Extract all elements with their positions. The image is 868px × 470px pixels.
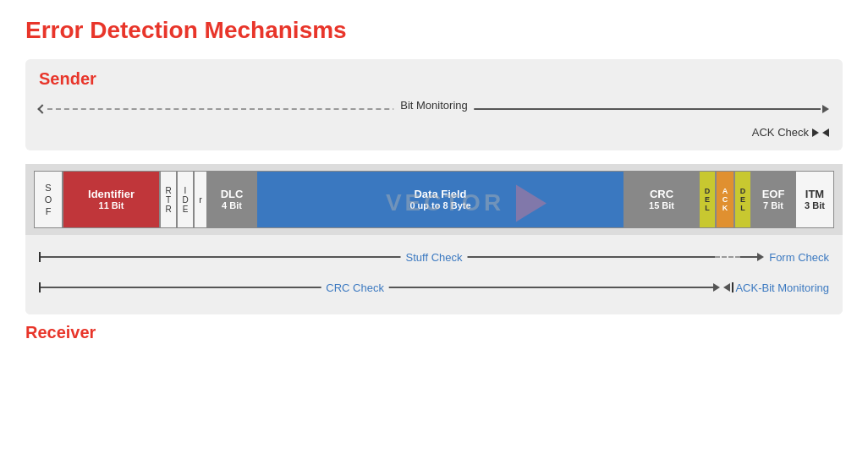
- crc-check-row: CRC Check ACK-Bit Monitoring: [39, 276, 829, 299]
- combined-section: SOF Identifier 11 Bit RTR IDE r DLC: [25, 164, 843, 314]
- crc-check-label: CRC Check: [321, 281, 389, 294]
- cell-eof: EOF 7 Bit: [751, 171, 795, 228]
- stuff-check-row: Stuff Check Form Check: [39, 245, 829, 269]
- cell-del1: DEL: [699, 171, 716, 228]
- checks-area: Stuff Check Form Check CRC Check ACK-Bit…: [25, 235, 843, 314]
- cell-dlc: DLC 4 Bit: [207, 171, 256, 228]
- ack-check-label: ACK Check: [752, 126, 809, 139]
- cell-rtr: RTR: [160, 171, 177, 228]
- receiver-section: Receiver: [25, 323, 843, 342]
- cell-itm: ITM 3 Bit: [795, 171, 834, 228]
- frame-row: SOF Identifier 11 Bit RTR IDE r DLC: [34, 171, 834, 228]
- cell-datafield: Data Field 0 up to 8 Byte: [256, 171, 624, 228]
- cell-r: r: [194, 171, 207, 228]
- frame-area: SOF Identifier 11 Bit RTR IDE r DLC: [25, 164, 843, 235]
- bit-monitoring-label: Bit Monitoring: [393, 99, 474, 112]
- sender-label: Sender: [39, 69, 829, 89]
- bit-monitoring-row: Bit Monitoring: [39, 97, 829, 121]
- ack-bit-monitoring-label: ACK-Bit Monitoring: [735, 281, 829, 294]
- stuff-check-label: Stuff Check: [401, 251, 468, 264]
- cell-del2: DEL: [734, 171, 751, 228]
- form-check-label: Form Check: [769, 251, 829, 264]
- page-title: Error Detection Mechanisms: [25, 17, 843, 44]
- sender-section: Sender Bit Monitoring ACK Check: [25, 59, 843, 150]
- cell-ack: ACK: [716, 171, 734, 228]
- receiver-label: Receiver: [25, 323, 96, 342]
- cell-sof: SOF: [34, 171, 63, 228]
- cell-ide: IDE: [177, 171, 194, 228]
- cell-identifier: Identifier 11 Bit: [63, 171, 160, 228]
- cell-crc: CRC 15 Bit: [624, 171, 699, 228]
- ack-check-row: ACK Check: [39, 126, 829, 139]
